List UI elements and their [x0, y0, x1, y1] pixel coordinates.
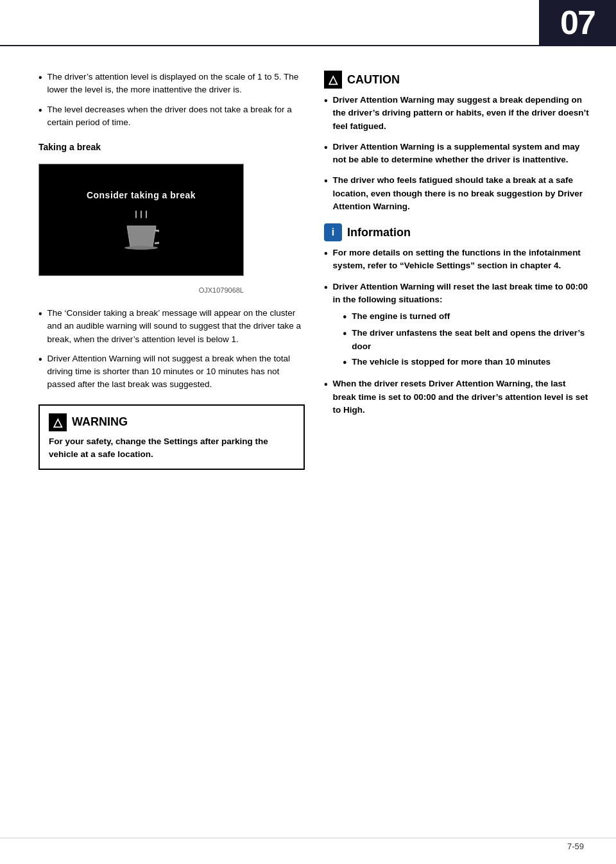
info-icon: i: [324, 223, 342, 241]
coffee-cup-icon: [124, 211, 159, 250]
information-box: i Information For more details on settin…: [324, 223, 590, 417]
steam-line-2: [141, 211, 142, 218]
page-number: 7-59: [567, 842, 584, 851]
chapter-header: 07: [539, 0, 616, 45]
cup-svg: [124, 221, 159, 250]
intro-bullet-list: The driver’s attention level is displaye…: [38, 71, 305, 129]
information-title: i Information: [324, 223, 590, 241]
bullet-item-not-suggest-break: Driver Attention Warning will not sugges…: [38, 352, 305, 392]
caution-box: △ CAUTION Driver Attention Warning may s…: [324, 71, 590, 213]
taking-a-break-heading: Taking a break: [38, 142, 305, 152]
warning-box: △ WARNING For your safety, change the Se…: [38, 404, 305, 471]
info-item-2: Driver Attention Warning will reset the …: [324, 281, 590, 370]
caution-title: △ CAUTION: [324, 71, 590, 89]
sub-list-situations: The engine is turned off The driver unfa…: [333, 310, 590, 370]
chapter-number: 07: [560, 3, 595, 42]
sub-item-seatbelt: The driver unfastens the seat belt and o…: [343, 327, 590, 353]
sub-item-engine-off: The engine is turned off: [343, 310, 590, 324]
caution-item-3: The driver who feels fatigued should tak…: [324, 174, 590, 213]
sub-item-vehicle-stopped: The vehicle is stopped for more than 10 …: [343, 356, 590, 370]
bottom-rule: [0, 838, 616, 838]
right-column: △ CAUTION Driver Attention Warning may s…: [324, 71, 590, 819]
cluster-screen-image: Consider taking a break: [38, 164, 244, 276]
bullet-item-attention-level: The driver’s attention level is displaye…: [38, 71, 305, 97]
left-column: The driver’s attention level is displaye…: [38, 71, 305, 819]
after-image-bullet-list: The ‘Consider taking a break’ message wi…: [38, 307, 305, 392]
warning-body: For your safety, change the Settings aft…: [49, 435, 295, 462]
caution-item-1: Driver Attention Warning may suggest a b…: [324, 94, 590, 133]
bullet-item-consider-break: The ‘Consider taking a break’ message wi…: [38, 307, 305, 346]
caution-item-2: Driver Attention Warning is a supplement…: [324, 141, 590, 167]
caution-icon: △: [324, 71, 342, 89]
bullet-item-level-decreases: The level decreases when the driver does…: [38, 103, 305, 130]
info-item-1: For more details on setting the function…: [324, 246, 590, 273]
steam-line-3: [146, 211, 147, 218]
cluster-image-caption: OJX1079068L: [38, 286, 244, 294]
caution-bullet-list: Driver Attention Warning may suggest a b…: [324, 94, 590, 213]
top-rule: [0, 45, 616, 46]
svg-point-0: [124, 246, 158, 250]
warning-icon: △: [49, 413, 67, 431]
main-content: The driver’s attention level is displaye…: [0, 58, 616, 832]
info-item-3: When the driver resets Driver Attention …: [324, 377, 590, 417]
information-bullet-list: For more details on setting the function…: [324, 246, 590, 417]
steam-lines: [135, 211, 147, 218]
cluster-screen-text: Consider taking a break: [87, 190, 196, 200]
warning-title: △ WARNING: [49, 413, 295, 431]
steam-line-1: [135, 211, 137, 218]
